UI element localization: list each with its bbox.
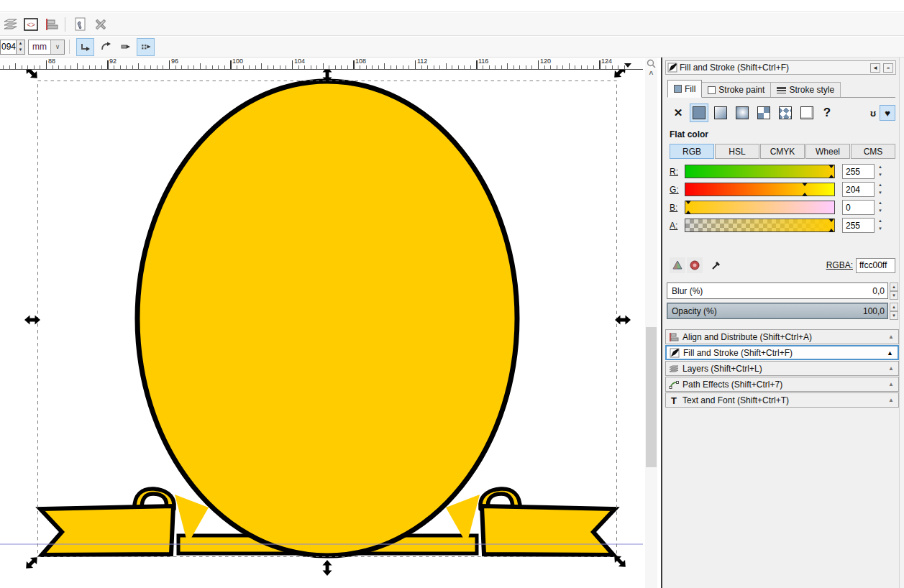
dock-item-layers[interactable]: Layers (Shift+Ctrl+L) ▲ [665, 361, 899, 376]
ellipse-shape[interactable] [137, 81, 517, 556]
preferences-button[interactable] [91, 15, 110, 34]
out-of-gamut-button[interactable] [687, 257, 703, 273]
green-spinner[interactable]: ▲▼ [876, 182, 885, 197]
align-distribute-button[interactable] [42, 15, 60, 34]
paint-question-button[interactable]: ? [819, 106, 835, 120]
dock-item-text-font[interactable]: T Text and Font (Shift+Ctrl+T) ▲ [665, 392, 899, 408]
blur-spinner[interactable]: ▲ ▼ [890, 282, 898, 299]
dialog-dock-list: Align and Distribute (Shift+Ctrl+A) ▲ Fi… [665, 329, 899, 408]
tab-cms[interactable]: CMS [851, 144, 895, 159]
panel-scrollbar-strip[interactable] [899, 58, 904, 588]
alpha-value-input[interactable] [842, 218, 875, 233]
toggle-scale-stroke-width[interactable] [76, 38, 94, 56]
collapse-arrow-icon[interactable]: ▲ [888, 397, 894, 403]
ribbon-banner-right[interactable] [482, 506, 615, 555]
toggle-move-patterns[interactable] [137, 38, 155, 56]
layers-dialog-button[interactable] [1, 15, 20, 34]
collapse-arrow-icon[interactable]: ▲ [888, 381, 894, 387]
scrollbar-thumb[interactable] [646, 327, 657, 467]
toggle-move-gradients[interactable] [117, 38, 134, 56]
blue-slider[interactable] [685, 201, 835, 214]
green-slider[interactable] [685, 183, 835, 196]
scale-handle-w[interactable] [24, 316, 40, 325]
document-properties-button[interactable] [71, 15, 90, 34]
dock-item-align-distribute[interactable]: Align and Distribute (Shift+Ctrl+A) ▲ [665, 329, 899, 344]
panel-close-button[interactable]: × [883, 63, 893, 73]
tab-wheel[interactable]: Wheel [805, 144, 850, 159]
green-value-input[interactable] [842, 182, 875, 197]
scale-handle-nw[interactable] [23, 70, 41, 81]
tab-stroke-style[interactable]: Stroke style [771, 82, 841, 98]
unit-dropdown[interactable]: mm ∨ [28, 40, 65, 55]
tab-hsl[interactable]: HSL [715, 144, 759, 159]
dock-item-path-effects[interactable]: Path Effects (Shift+Ctrl+7) ▲ [665, 377, 899, 392]
height-input[interactable] [0, 40, 16, 55]
ribbon-banner-left[interactable] [40, 506, 173, 555]
scroll-up-icon[interactable]: ^ [645, 70, 657, 81]
alpha-slider-row: A: ▲▼ [670, 216, 895, 234]
panel-titlebar: Fill and Stroke (Shift+Ctrl+F) ◄ × [665, 60, 896, 75]
fillrule-nonzero-button[interactable]: ♥ [880, 105, 895, 121]
fillrule-evenodd-button[interactable]: ʊ [867, 106, 880, 119]
red-value-input[interactable] [842, 164, 875, 179]
path-effects-icon [668, 380, 680, 390]
move-patterns-icon [140, 41, 152, 52]
red-slider[interactable] [685, 165, 835, 178]
collapse-arrow-icon[interactable]: ▲ [887, 349, 893, 357]
tab-rgb[interactable]: RGB [670, 144, 714, 159]
slider-marker[interactable] [802, 193, 808, 196]
tab-stroke-paint-label: Stroke paint [718, 85, 764, 95]
color-managed-button[interactable] [670, 257, 685, 273]
blue-spinner[interactable]: ▲▼ [876, 200, 885, 215]
paint-swatch-button[interactable] [776, 104, 795, 122]
ruler-number: 112 [417, 58, 427, 65]
tab-cmyk[interactable]: CMYK [760, 144, 805, 159]
paint-linear-gradient-button[interactable] [711, 104, 730, 122]
drawing-canvas[interactable] [0, 70, 643, 588]
fill-stroke-icon [669, 348, 680, 358]
xml-editor-button[interactable]: <> [22, 15, 40, 34]
slider-marker[interactable] [828, 219, 834, 222]
red-label: R: [670, 167, 685, 177]
paint-radial-gradient-button[interactable] [733, 104, 752, 122]
opacity-spinner[interactable]: ▲ ▼ [890, 303, 898, 319]
paint-unknown-button[interactable] [798, 104, 816, 122]
panel-collapse-button[interactable]: ◄ [870, 63, 880, 73]
dock-item-fill-stroke[interactable]: Fill and Stroke (Shift+Ctrl+F) ▲ [665, 345, 899, 360]
collapse-arrow-icon[interactable]: ▲ [888, 365, 894, 372]
slider-marker[interactable] [828, 165, 834, 168]
tab-stroke-paint[interactable]: Stroke paint [702, 82, 771, 98]
alpha-slider[interactable] [685, 219, 835, 232]
alpha-spinner[interactable]: ▲▼ [876, 218, 885, 233]
slider-marker[interactable] [802, 183, 808, 186]
horizontal-ruler[interactable]: 88 92 96 100 104 108 112 116 120 124 [0, 58, 643, 70]
paint-pattern-button[interactable] [754, 104, 773, 122]
scale-handle-ne[interactable] [611, 70, 629, 81]
scale-handle-e[interactable] [615, 316, 631, 325]
slider-marker[interactable] [685, 211, 691, 214]
magnifier-icon [647, 59, 656, 68]
toggle-scale-rounded-corners[interactable] [96, 38, 114, 56]
ruler-number: 100 [232, 58, 243, 65]
blue-value-input[interactable] [842, 200, 875, 215]
xml-editor-icon: <> [23, 17, 39, 32]
opacity-slider[interactable]: Opacity (%) 100,0 [667, 303, 888, 319]
red-spinner[interactable]: ▲▼ [876, 164, 885, 179]
scale-stroke-icon [80, 41, 91, 52]
collapse-arrow-icon[interactable]: ▲ [888, 334, 894, 340]
blue-slider-row: B: ▲▼ [670, 198, 895, 216]
zoom-corner-button[interactable] [645, 58, 657, 70]
slider-marker[interactable] [828, 175, 834, 178]
paint-flat-button[interactable] [690, 104, 708, 122]
blur-slider[interactable]: Blur (%) 0,0 [667, 282, 888, 299]
rgba-input[interactable] [856, 258, 895, 273]
canvas-vertical-scrollbar[interactable]: ^ [645, 70, 657, 588]
slider-marker[interactable] [828, 229, 834, 232]
scale-handle-s[interactable] [323, 560, 332, 576]
paint-none-button[interactable]: ✕ [670, 104, 687, 122]
slider-marker[interactable] [685, 201, 691, 204]
fill-stroke-icon [667, 63, 677, 73]
height-spinner[interactable]: ▲ ▼ [16, 40, 25, 55]
tab-fill[interactable]: Fill [667, 80, 702, 98]
pick-color-button[interactable] [708, 257, 724, 273]
